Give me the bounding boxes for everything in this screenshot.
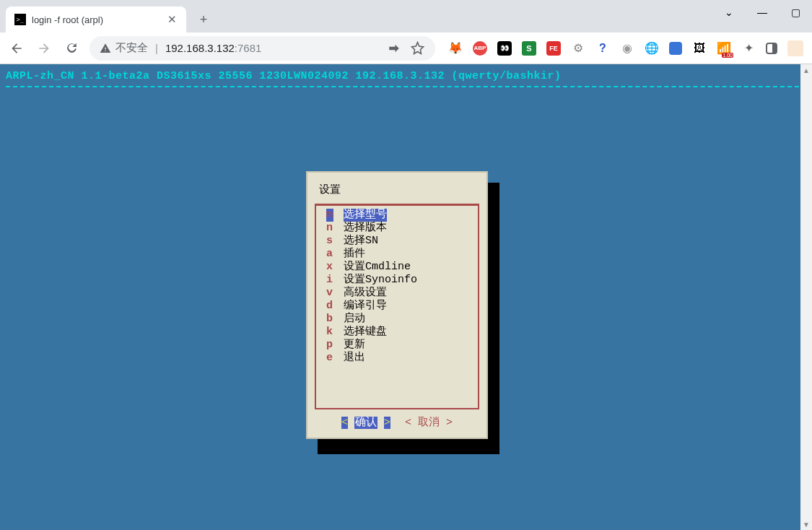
menu-label: 选择版本 (344, 222, 387, 235)
insecure-label: 不安全 (115, 41, 148, 55)
warning-icon (100, 43, 111, 54)
menu-item-version[interactable]: n 选择版本 (320, 222, 473, 235)
ext-badge-icon[interactable]: 📶1.00 (717, 41, 731, 56)
window-controls: ⌄ — ▢ (712, 0, 812, 25)
ext-question-icon[interactable]: ? (595, 41, 610, 56)
terminal-divider (6, 86, 806, 87)
dialog-buttons: < 确认 > < 取消 > (315, 409, 479, 430)
menu-frame: m 选择型号 n 选择版本 s 选择SN a 插件 x 设置Cmdline (315, 204, 479, 409)
menu-label: 编译引导 (344, 300, 387, 313)
terminal-area: ARPL-zh_CN 1.1-beta2a DS3615xs 25556 123… (0, 64, 812, 530)
menu-key: n (326, 222, 333, 235)
menu-item-keyboard[interactable]: k 选择键盘 (320, 326, 473, 339)
insecure-badge: 不安全 (100, 41, 148, 55)
url-bar[interactable]: 不安全 | 192.168.3.132:7681 (90, 36, 435, 61)
menu-item-compile[interactable]: d 编译引导 (320, 300, 473, 313)
menu-key: m (326, 209, 333, 222)
menu-key: x (326, 261, 333, 274)
menu-label: 插件 (344, 248, 365, 261)
menu-item-boot[interactable]: b 启动 (320, 313, 473, 326)
browser-tab[interactable]: >_ login -f root (arpl) ✕ (6, 6, 186, 32)
menu-key: p (326, 339, 333, 352)
menu-item-update[interactable]: p 更新 (320, 339, 473, 352)
menu-label: 选择键盘 (344, 326, 387, 339)
url-separator: | (155, 42, 158, 54)
star-icon[interactable] (409, 36, 425, 61)
scroll-down-icon[interactable]: ▼ (800, 518, 812, 530)
ext-abp-icon[interactable]: ABP (473, 41, 487, 56)
menu-item-exit[interactable]: e 退出 (320, 352, 473, 365)
forward-button[interactable] (32, 36, 56, 61)
url-port: :7681 (235, 42, 262, 54)
cancel-button[interactable]: < 取消 > (405, 415, 453, 429)
menu-key: d (326, 300, 333, 313)
menu-label: 高级设置 (344, 287, 387, 300)
back-button[interactable] (4, 36, 29, 61)
ext-puzzle-icon[interactable]: ✦ (741, 41, 756, 56)
vertical-scrollbar[interactable]: ▲ ▼ (800, 64, 812, 530)
menu-key: b (326, 313, 333, 326)
menu-key: k (326, 326, 333, 339)
menu-key: a (326, 248, 333, 261)
menu-item-cmdline[interactable]: x 设置Cmdline (320, 261, 473, 274)
settings-dialog: 设置 m 选择型号 n 选择版本 s 选择SN a 插件 (306, 171, 488, 439)
menu-key: s (326, 235, 333, 248)
ext-red-icon[interactable] (669, 42, 682, 55)
menu-label: 更新 (344, 339, 365, 352)
extensions: 🦊 ABP 👀 S FE ⚙ ? ◉ 🌐 🖼 📶1.00 ✦ (441, 40, 808, 56)
ext-gear-icon[interactable]: ⚙ (571, 41, 585, 56)
menu-item-synoinfo[interactable]: i 设置Synoinfo (320, 274, 473, 287)
maximize-button[interactable]: ▢ (779, 0, 812, 25)
minimize-button[interactable]: — (746, 0, 779, 25)
dialog-title: 设置 (315, 180, 479, 204)
ext-idm-icon[interactable]: 🌐 (645, 41, 659, 56)
menu-item-model[interactable]: m 选择型号 (320, 209, 473, 222)
tab-bar: >_ login -f root (arpl) ✕ + ⌄ — ▢ (0, 0, 812, 32)
terminal-header: ARPL-zh_CN 1.1-beta2a DS3615xs 25556 123… (6, 70, 806, 82)
reload-button[interactable] (59, 36, 84, 61)
ext-fingerprint-icon[interactable]: ◉ (620, 41, 634, 56)
caret-down-icon[interactable]: ⌄ (712, 0, 746, 25)
ok-button[interactable]: < 确认 > (341, 415, 390, 429)
menu-label: 设置Synoinfo (344, 274, 417, 287)
share-icon[interactable] (386, 36, 402, 61)
close-tab-button[interactable]: ✕ (166, 14, 178, 25)
menu-label: 启动 (344, 313, 365, 326)
nav-bar: 不安全 | 192.168.3.132:7681 🦊 ABP 👀 S FE ⚙ … (0, 32, 812, 64)
terminal-icon: >_ (14, 14, 26, 25)
menu-label: 退出 (344, 352, 365, 365)
menu-label: 设置Cmdline (344, 261, 411, 274)
ext-fox-icon[interactable]: 🦊 (448, 41, 463, 56)
scroll-up-icon[interactable]: ▲ (800, 64, 812, 76)
menu-label: 选择型号 (344, 209, 387, 222)
menu-key: v (326, 287, 333, 300)
menu-item-sn[interactable]: s 选择SN (320, 235, 473, 248)
ext-green-icon[interactable]: S (522, 41, 536, 56)
menu-key: i (326, 274, 333, 287)
ext-fe-icon[interactable]: FE (546, 41, 561, 56)
ext-profile-icon[interactable] (787, 40, 803, 56)
tab-title: login -f root (arpl) (32, 14, 160, 25)
url-host: 192.168.3.132 (165, 42, 235, 54)
ext-photo-icon[interactable]: 🖼 (692, 41, 707, 56)
menu-label: 选择SN (344, 235, 378, 248)
ext-sidebar-icon[interactable] (766, 43, 777, 54)
menu-item-plugin[interactable]: a 插件 (320, 248, 473, 261)
menu-item-advanced[interactable]: v 高级设置 (320, 287, 473, 300)
menu-key: e (326, 352, 333, 365)
ext-eyes-icon[interactable]: 👀 (497, 41, 512, 56)
new-tab-button[interactable]: + (193, 9, 214, 30)
